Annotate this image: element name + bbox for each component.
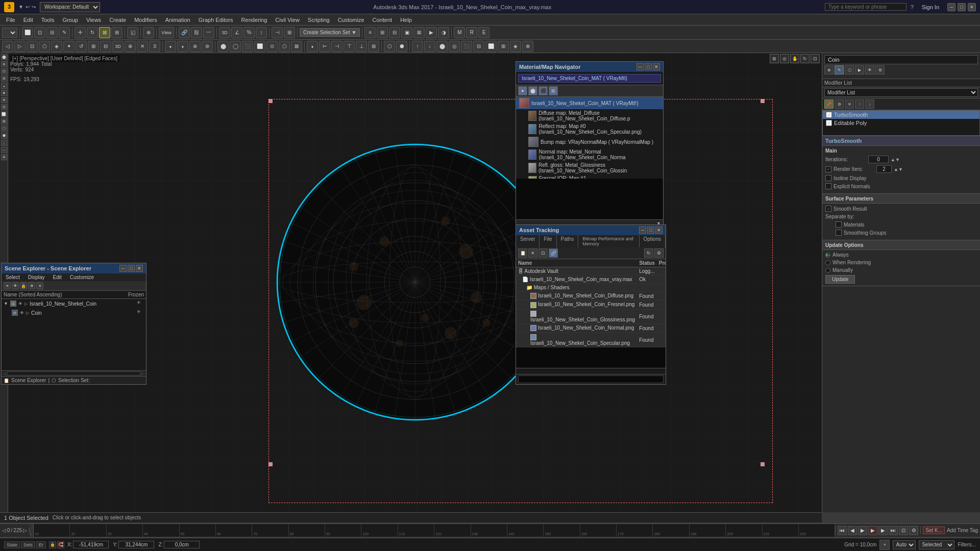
sub-btn-25[interactable]: ⬥ [307,41,318,52]
scene-tb-lock[interactable]: 🔒 [20,282,27,289]
sub-btn-21[interactable]: ⬜ [254,41,265,52]
mod-icon-config[interactable]: ⚙ [835,99,844,109]
sub-btn-42[interactable]: ⊕ [522,41,533,52]
iterations-input[interactable] [868,156,889,163]
left-tool-5[interactable]: ⬥ [1,83,7,89]
sub-btn-28[interactable]: ⊤ [344,41,355,52]
asset-tb-5[interactable]: ↻ [644,248,653,258]
render-iters-check[interactable]: ✓ [825,166,831,172]
link-btn[interactable]: 🔗 [179,27,190,38]
sub-btn-9[interactable]: ⊟ [100,41,111,52]
scene-explorer-maximize-btn[interactable]: □ [128,265,135,272]
scene-tb-display[interactable]: 👁 [12,282,19,289]
render-setup-btn[interactable]: ⊠ [413,27,425,38]
scene-menu-edit[interactable]: Edit [49,273,66,281]
time-config-btn[interactable]: ⚙ [909,526,918,535]
menu-rendering[interactable]: Rendering [237,16,272,24]
menu-help[interactable]: Help [396,16,416,24]
asset-horizontal-scrollbar[interactable] [516,368,666,374]
asset-tab-paths[interactable]: Paths [557,235,579,247]
sub-btn-39[interactable]: ⬜ [485,41,497,52]
scale-btn[interactable]: ⊠ [99,27,110,38]
sub-btn-40[interactable]: ⊞ [498,41,509,52]
sub-btn-1[interactable]: ◁ [2,41,13,52]
go-to-start-btn[interactable]: ⏮ [838,526,847,535]
sub-btn-6[interactable]: ✦ [63,41,75,52]
snap-percent-btn[interactable]: % [243,27,255,38]
asset-row-maxfile[interactable]: 📄 Israeli_10_New_Shekel_Coin_max_vray.ma… [516,276,666,284]
left-tool-9[interactable]: ⬜ [1,111,7,117]
asset-track-close-btn[interactable]: ✕ [655,227,663,234]
scene-tb-new[interactable]: ✳ [36,282,43,289]
manually-radio[interactable] [825,268,830,273]
keyframe-btn[interactable]: ⊡ [899,526,908,535]
asset-tb-2[interactable]: ✕ [528,248,537,258]
select-btn[interactable]: ⬜ [22,27,33,38]
scene-states-btn[interactable]: ▣ [401,27,412,38]
asset-tb-3[interactable]: ⊡ [538,248,548,258]
mat-item-fresnel[interactable]: Fresnel IOR: Map #1 (Israeli_10_New_Shek… [516,174,663,179]
modify-panel-icon[interactable]: ✎ [835,65,844,74]
undo-btn[interactable]: ↩ [26,4,30,10]
maximize-btn[interactable]: □ [958,3,966,11]
pivot-btn[interactable]: ⊕ [143,27,154,38]
sub-btn-18[interactable]: ⬤ [217,41,229,52]
left-tool-4[interactable]: ⊞ [1,76,7,82]
sub-btn-16[interactable]: ⊛ [189,41,201,52]
play-btn[interactable]: ▶ [858,526,867,535]
vp-orbit-btn[interactable]: ↻ [800,54,810,63]
quick-access-btn[interactable]: ▼ [18,4,23,10]
menu-customize[interactable]: Customize [334,16,369,24]
asset-row-vault[interactable]: 🗄 Autodesk Vault Logg... [516,267,666,276]
motion-panel-icon[interactable]: ▶ [855,65,864,74]
sub-btn-34[interactable]: ↓ [424,41,435,52]
update-options-header[interactable]: Update Options [822,240,980,250]
object-list-btn[interactable]: ≡ [364,27,376,38]
surface-params-header[interactable]: Surface Parameters [822,194,980,204]
open-explorer-btn[interactable]: ⊞ [377,27,388,38]
sub-btn-19[interactable]: ◯ [230,41,241,52]
snap-angle-btn[interactable]: ∠ [231,27,242,38]
sub-btn-37[interactable]: ⬛ [461,41,472,52]
select-region-btn[interactable]: ⊡ [34,27,45,38]
mirror-btn[interactable]: ⊣ [272,27,283,38]
sub-btn-8[interactable]: ⊞ [88,41,99,52]
y-coord-input[interactable] [118,541,154,548]
selection-mode-dropdown[interactable]: All [2,28,17,38]
left-tool-10[interactable]: ⊠ [1,118,7,124]
mat-item-reflect[interactable]: Reflect map: Map #0 (Israeli_10_New_Shek… [516,122,663,136]
view-label-btn[interactable]: View [159,27,174,38]
materials-check[interactable] [836,221,842,228]
mod-icon-remove[interactable]: ✕ [845,99,854,109]
left-tool-2[interactable]: ⊕ [1,61,7,67]
sub-btn-35[interactable]: ⬤ [436,41,448,52]
move-btn[interactable]: ✛ [75,27,86,38]
asset-tab-options[interactable]: Options [640,235,666,247]
scene-menu-customize[interactable]: Customize [66,273,98,281]
smooth-result-check[interactable]: ✓ [825,206,831,212]
create-panel-icon[interactable]: ⊕ [824,65,834,74]
vp-field-of-view-btn[interactable]: ◎ [780,54,789,63]
material-editor-btn[interactable]: M [454,27,465,38]
sub-btn-10[interactable]: 3D [112,41,124,52]
mod-icon-pin[interactable]: 📌 [824,99,834,109]
left-tool-8[interactable]: ⊟ [1,104,7,110]
sub-btn-32[interactable]: ⬢ [396,41,407,52]
scene-tb-filter[interactable]: ✕ [4,282,11,289]
asset-tb-6[interactable]: ⚙ [654,248,664,258]
workspace-dropdown[interactable]: Workspace: Default [40,2,100,12]
isoline-check[interactable] [825,175,831,181]
mod-icon-down[interactable]: ↓ [865,99,874,109]
help-icon[interactable]: ? [911,4,914,10]
sub-btn-38[interactable]: ⊟ [473,41,484,52]
modifier-editable-poly[interactable]: ✓ Editable Poly [823,119,979,127]
env-btn[interactable]: Er [36,541,46,548]
menu-create[interactable]: Create [105,16,130,24]
mat-item-main[interactable]: Israeli_10_New_Shekel_Coin_MAT ( VRayMtl… [516,97,663,109]
filters-btn[interactable]: Filters... [958,542,976,547]
sub-btn-4[interactable]: ⬡ [39,41,50,52]
scene-scrollbar[interactable]: ◁ ▷ [2,370,146,376]
asset-tb-1[interactable]: 📋 [518,248,527,258]
selected-dropdown[interactable]: Selected [919,540,954,549]
render-output-btn[interactable]: R [466,27,477,38]
